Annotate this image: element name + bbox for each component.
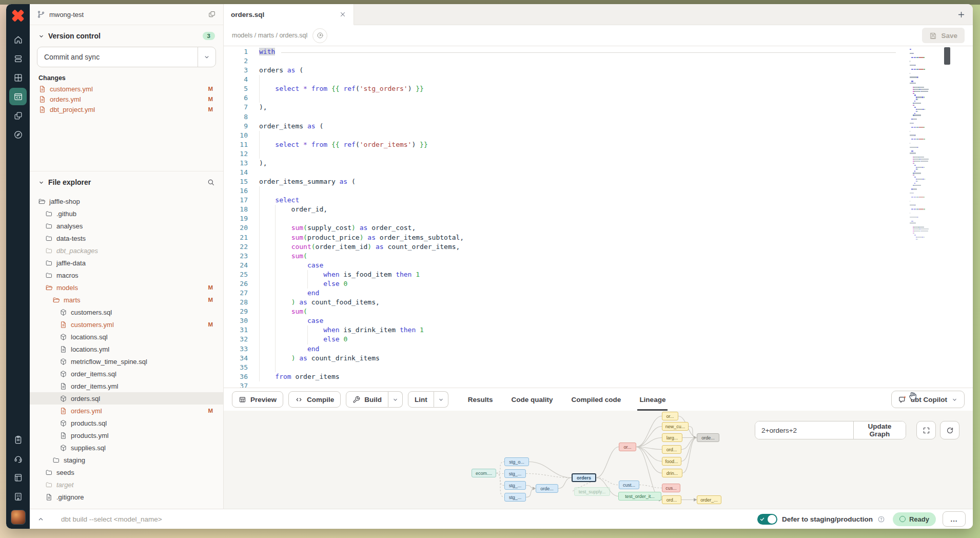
lineage-node-s_stg2[interactable]: stg_...	[504, 469, 526, 478]
stack-icon[interactable]	[9, 50, 27, 67]
fullscreen-button[interactable]	[916, 421, 936, 439]
changed-file-customers.yml[interactable]: customers.yml M	[30, 84, 223, 94]
lineage-node-s_stg1[interactable]: stg_o...	[504, 457, 529, 466]
code-line[interactable]: 6	[224, 93, 904, 103]
preview-button[interactable]: Preview	[232, 391, 283, 408]
tree-item-jaffle-shop[interactable]: jaffle-shop	[30, 195, 223, 207]
build-button[interactable]: Build	[346, 391, 388, 408]
tree-item-orders.yml[interactable]: orders.ymlM	[30, 405, 223, 417]
code-line[interactable]: 29 sum(	[224, 307, 904, 316]
tree-item-staging[interactable]: staging	[30, 454, 223, 466]
code-line[interactable]: 13),	[224, 159, 904, 168]
code-line[interactable]: 35	[224, 363, 904, 372]
lineage-node-s_ecom[interactable]: ecom....	[472, 469, 496, 477]
refresh-button[interactable]	[940, 421, 959, 439]
user-avatar[interactable]	[11, 510, 26, 525]
code-line[interactable]: 12	[224, 149, 904, 159]
tree-item-supplies.sql[interactable]: supplies.sql	[30, 441, 223, 454]
code-line[interactable]: 25 when is_food_item then 1	[224, 270, 904, 279]
tree-item-metricflow_time_spine.sql[interactable]: metricflow_time_spine.sql	[30, 355, 223, 368]
home-icon[interactable]	[9, 31, 27, 48]
update-graph-button[interactable]: Update Graph	[853, 421, 906, 439]
lint-button[interactable]: Lint	[408, 391, 434, 408]
new-tab-button[interactable]	[949, 4, 973, 25]
lineage-node-s_stg3[interactable]: stg_...	[504, 481, 526, 490]
code-line[interactable]: 23 sum(	[224, 252, 904, 261]
code-line[interactable]: 34 ) as count_drink_items	[224, 354, 904, 363]
build-options-caret[interactable]	[388, 391, 403, 408]
tree-item-customers.sql[interactable]: customers.sql	[30, 306, 223, 318]
code-line[interactable]: 33 end	[224, 344, 904, 354]
status-badge[interactable]: Ready	[893, 512, 936, 526]
lineage-node-m_larg[interactable]: larg...	[662, 433, 682, 442]
tree-item-.gitignore[interactable]: .gitignore	[30, 491, 223, 503]
code-line[interactable]: 19	[224, 214, 904, 223]
defer-toggle[interactable]	[757, 514, 777, 525]
code-line[interactable]: 37	[224, 381, 904, 388]
building-icon[interactable]	[9, 488, 27, 505]
clipboard-icon[interactable]	[9, 431, 27, 448]
tree-item-dbt_packages[interactable]: dbt_packages	[30, 244, 223, 257]
open-in-explorer-icon[interactable]	[312, 28, 327, 43]
compass-icon[interactable]	[9, 126, 27, 143]
code-line[interactable]: 21 sum(product_price) as order_items_sub…	[224, 233, 904, 242]
code-line[interactable]: 9order_items as (	[224, 122, 904, 131]
lineage-node-n_or_pink[interactable]: or...	[619, 443, 636, 451]
lineage-node-n_cust[interactable]: cust...	[619, 481, 639, 489]
version-control-header[interactable]: Version control 3	[30, 25, 223, 44]
code-line[interactable]: 15order_items_summary as (	[224, 177, 904, 186]
code-line[interactable]: 4	[224, 75, 904, 84]
code-line[interactable]: 5 select * from {{ ref('stg_orders') }}	[224, 84, 904, 93]
book-icon[interactable]	[9, 469, 27, 486]
lineage-selector-input[interactable]	[755, 421, 853, 439]
tree-item-jaffle-data[interactable]: jaffle-data	[30, 257, 223, 269]
code-line[interactable]: 8	[224, 112, 904, 122]
commit-and-sync-button[interactable]: Commit and sync	[37, 47, 216, 67]
tree-item-products.yml[interactable]: products.yml	[30, 429, 223, 441]
result-tab-compiled-code[interactable]: Compiled code	[572, 388, 621, 411]
help-icon[interactable]	[877, 515, 885, 523]
code-line[interactable]: 10	[224, 131, 904, 140]
code-line[interactable]: 26 else 0	[224, 279, 904, 289]
tree-item-products.sql[interactable]: products.sql	[30, 417, 223, 429]
result-tab-results[interactable]: Results	[468, 388, 493, 411]
lineage-node-m_drin[interactable]: drin...	[662, 469, 682, 477]
tree-item-data-tests[interactable]: data-tests	[30, 232, 223, 244]
code-line[interactable]: 16	[224, 186, 904, 196]
code-line[interactable]: 20 sum(supply_cost) as order_cost,	[224, 223, 904, 233]
save-button[interactable]: Save	[922, 28, 965, 43]
minimap[interactable]	[910, 49, 958, 241]
tree-item-locations.yml[interactable]: locations.yml	[30, 343, 223, 355]
code-line[interactable]: 11 select * from {{ ref('order_items') }…	[224, 140, 904, 149]
grid-icon[interactable]	[9, 69, 27, 86]
commit-options-caret[interactable]	[198, 47, 215, 67]
code-line[interactable]: 17 select	[224, 196, 904, 205]
changed-file-dbt_project.yml[interactable]: dbt_project.yml M	[30, 104, 223, 114]
lineage-node-m_food[interactable]: food...	[662, 457, 681, 466]
dbt-copilot-button[interactable]: dbt Copilot	[891, 391, 965, 408]
changed-file-orders.yml[interactable]: orders.yml M	[30, 94, 223, 104]
tree-item-macros[interactable]: macros	[30, 269, 223, 281]
expand-console-icon[interactable]	[37, 515, 45, 523]
tab-orders-sql[interactable]: orders.sql	[224, 4, 354, 25]
code-line[interactable]: 14	[224, 168, 904, 177]
compile-button[interactable]: Compile	[288, 391, 341, 408]
code-line[interactable]: 28 ) as count_food_items,	[224, 298, 904, 307]
code-line[interactable]: 36 from order_items	[224, 372, 904, 381]
lineage-node-m_ord[interactable]: ord...	[662, 445, 681, 454]
tree-item-target[interactable]: target	[30, 478, 223, 491]
copy-icon[interactable]	[208, 10, 216, 18]
file-explorer-header[interactable]: File explorer	[30, 171, 223, 190]
code-line[interactable]: 24 case	[224, 261, 904, 270]
code-area[interactable]: 1with23orders as (45 select * from {{ re…	[224, 47, 904, 388]
code-line[interactable]: 2	[224, 56, 904, 66]
lineage-node-n_orders[interactable]: orders	[572, 473, 596, 482]
lineage-node-p_cus[interactable]: cus...	[662, 484, 680, 492]
tree-item-order_items.sql[interactable]: order_items.sql	[30, 368, 223, 380]
result-tab-code-quality[interactable]: Code quality	[512, 388, 553, 411]
tree-item-seeds[interactable]: seeds	[30, 466, 223, 478]
command-input[interactable]: dbt build --select <model_name>	[61, 515, 162, 523]
lineage-node-n_testorder[interactable]: test_order_it...	[618, 492, 661, 501]
scrollbar-thumb[interactable]	[944, 47, 950, 65]
lineage-node-n_testsup[interactable]: test_supply...	[574, 487, 610, 496]
